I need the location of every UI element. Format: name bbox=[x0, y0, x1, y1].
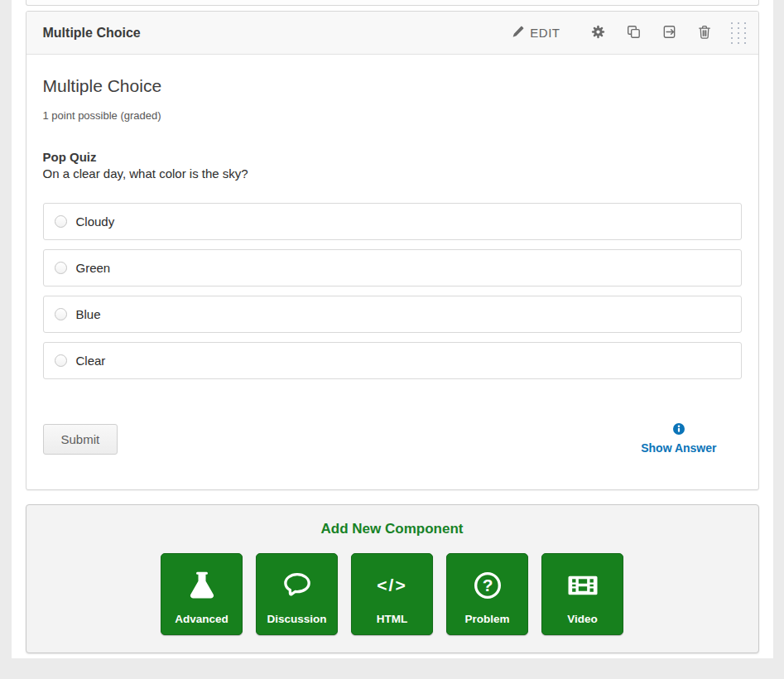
option-label: Clear bbox=[76, 354, 106, 368]
gear-icon bbox=[591, 25, 605, 41]
duplicate-button[interactable] bbox=[616, 12, 652, 55]
option-row-green[interactable]: Green bbox=[43, 249, 742, 287]
code-icon: </> bbox=[377, 554, 406, 613]
delete-button[interactable] bbox=[687, 12, 722, 55]
add-problem-button[interactable]: ? Problem bbox=[446, 553, 528, 635]
content-container: Multiple Choice EDIT bbox=[12, 0, 773, 658]
radio-button-cloudy[interactable] bbox=[55, 215, 67, 228]
component-header: Multiple Choice EDIT bbox=[26, 12, 758, 55]
component-button-label: Discussion bbox=[267, 613, 326, 625]
question-circle-icon: ? bbox=[471, 554, 504, 613]
component-button-label: HTML bbox=[377, 613, 408, 625]
trash-icon bbox=[698, 25, 711, 41]
duplicate-icon bbox=[627, 25, 641, 41]
option-row-clear[interactable]: Clear bbox=[43, 342, 742, 379]
question-title: Pop Quiz bbox=[43, 150, 742, 164]
option-label: Blue bbox=[76, 307, 101, 321]
option-label: Green bbox=[76, 261, 111, 275]
option-label: Cloudy bbox=[76, 214, 115, 229]
component-button-label: Video bbox=[567, 613, 598, 625]
info-icon bbox=[673, 423, 685, 437]
submit-button[interactable]: Submit bbox=[43, 424, 118, 455]
problem-body: Multiple Choice 1 point possible (graded… bbox=[26, 55, 758, 489]
component-button-label: Problem bbox=[464, 613, 509, 625]
previous-card-fragment bbox=[26, 0, 759, 6]
speech-bubble-icon bbox=[280, 554, 315, 613]
add-discussion-button[interactable]: Discussion bbox=[256, 553, 338, 635]
radio-button-clear[interactable] bbox=[55, 354, 67, 367]
svg-text:?: ? bbox=[482, 575, 493, 595]
show-answer-label: Show Answer bbox=[641, 441, 716, 455]
move-icon bbox=[662, 25, 676, 41]
component-buttons-row: Advanced Discussion </> HTML bbox=[26, 553, 758, 635]
radio-button-green[interactable] bbox=[55, 262, 67, 274]
drag-handle-icon[interactable] bbox=[729, 21, 747, 45]
add-new-component-title: Add New Component bbox=[26, 521, 758, 537]
radio-button-blue[interactable] bbox=[55, 308, 67, 320]
component-toolbar: EDIT bbox=[512, 12, 751, 55]
add-advanced-button[interactable]: Advanced bbox=[161, 553, 243, 635]
option-row-cloudy[interactable]: Cloudy bbox=[43, 203, 742, 240]
problem-title: Multiple Choice bbox=[43, 76, 742, 96]
edit-button-label: EDIT bbox=[530, 26, 560, 40]
add-video-button[interactable]: Video bbox=[541, 553, 623, 635]
settings-button[interactable] bbox=[580, 12, 616, 55]
pencil-icon bbox=[512, 26, 524, 40]
multiple-choice-component-card: Multiple Choice EDIT bbox=[26, 11, 759, 490]
add-new-component-panel: Add New Component Advanced Discussion bbox=[26, 504, 759, 653]
film-icon bbox=[565, 554, 600, 613]
points-possible-text: 1 point possible (graded) bbox=[43, 109, 742, 122]
add-html-button[interactable]: </> HTML bbox=[351, 553, 433, 635]
show-answer-link[interactable]: Show Answer bbox=[641, 423, 716, 455]
component-button-label: Advanced bbox=[175, 613, 228, 625]
option-row-blue[interactable]: Blue bbox=[43, 296, 742, 333]
question-text: On a clear day, what color is the sky? bbox=[43, 166, 742, 181]
move-button[interactable] bbox=[652, 12, 687, 55]
flask-icon bbox=[185, 554, 219, 613]
edit-button[interactable]: EDIT bbox=[512, 26, 560, 40]
component-title: Multiple Choice bbox=[43, 26, 141, 41]
problem-actions: Submit Show Answer bbox=[43, 423, 742, 455]
